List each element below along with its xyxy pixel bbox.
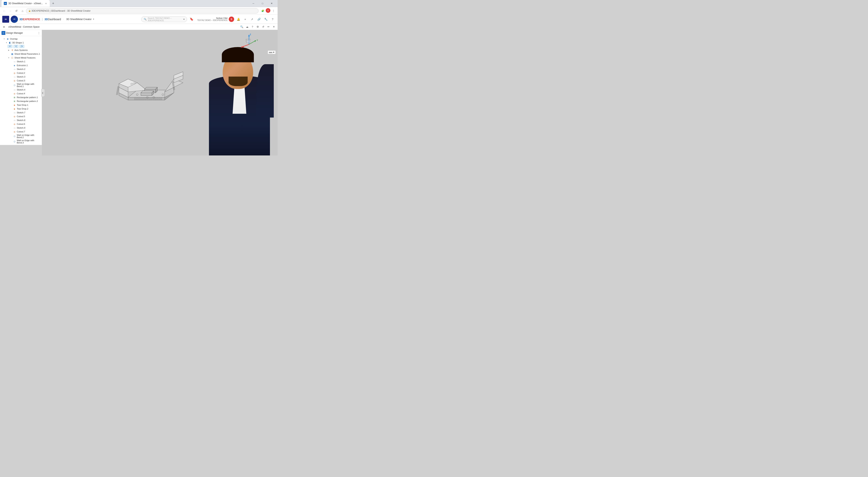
tree-item-cutout6[interactable]: ◎ Cutout.6 xyxy=(0,122,42,126)
user-avatar[interactable]: S xyxy=(229,16,234,22)
tree-item-sketch3[interactable]: ▭ Sketch.3 xyxy=(0,75,42,79)
svg-line-13 xyxy=(246,42,247,43)
axis-systems-icon: ✛ xyxy=(11,48,14,52)
sidebar-top-bar: 3D Design Manager ⋮ xyxy=(0,30,42,36)
tree-item-sm-params[interactable]: ▦ Sheet Metal Parameters.1 xyxy=(0,52,42,56)
tree-item-teardrop1[interactable]: ◈ Tear Drop.1 xyxy=(0,103,42,107)
sub-header: ▤ xSheetMetal - Common Space 🔍 ☁ ? ⚙ ↺ ✏… xyxy=(0,24,278,30)
extensions-button[interactable]: 🧩 xyxy=(260,8,266,13)
home-button[interactable]: ⌂ xyxy=(20,8,25,13)
tools-header-button[interactable]: 🔧 xyxy=(263,16,269,22)
window-close-button[interactable]: ✕ xyxy=(267,0,276,7)
svg-line-11 xyxy=(250,39,251,40)
tree-item-sketch4[interactable]: ▭ Sketch.4 xyxy=(0,88,42,92)
search-dropdown-icon[interactable]: ▾ xyxy=(183,18,185,21)
tag-zx[interactable]: ZX xyxy=(20,45,24,48)
sm-params-icon: ▦ xyxy=(11,53,14,56)
sidebar-collapse-button[interactable]: ❮ xyxy=(41,89,44,97)
unit-label: mm xyxy=(269,51,273,54)
cutout6-label: Cutout.6 xyxy=(17,123,25,125)
cutout4-icon: ◎ xyxy=(13,92,16,95)
panel-icon[interactable]: ▤ xyxy=(2,25,6,29)
rect-pattern1-icon: ⊞ xyxy=(13,96,16,99)
new-tab-button[interactable]: + xyxy=(51,1,56,6)
person-overlay xyxy=(201,45,278,156)
svg-text:Z: Z xyxy=(250,33,251,36)
tree-item-cutout3[interactable]: ◎ Cutout.3 xyxy=(0,79,42,82)
sketch3-icon: ▭ xyxy=(13,75,16,78)
tree-item-sketch2[interactable]: ▭ Sketch.2 xyxy=(0,67,42,71)
sub-edit-button[interactable]: ✏ xyxy=(266,25,271,29)
sub-settings-button[interactable]: ⚙ xyxy=(255,25,260,29)
cutout3-icon: ◎ xyxy=(13,79,16,82)
tree-item-sketch9[interactable]: ▭ Sketch.9 xyxy=(0,126,42,130)
axes-svg: Z Y X xyxy=(240,33,258,48)
tree-item-cutout7[interactable]: ◎ Cutout.7 xyxy=(0,130,42,134)
tree-item-sketch8[interactable]: ▭ Sketch.8 xyxy=(0,118,42,122)
tree-item-cutout4[interactable]: ◎ Cutout.4 xyxy=(0,92,42,96)
sidebar-logo: 3D xyxy=(2,31,5,35)
tree-item-rect-pattern2[interactable]: ⊞ Rectangular pattern.2 xyxy=(0,99,42,103)
add-button[interactable]: + xyxy=(243,16,248,22)
back-button[interactable]: ← xyxy=(2,8,7,13)
tree-item-wall1[interactable]: ⬡ Wall on Edge with Bend.1 xyxy=(0,82,42,88)
app-compass-logo: VR xyxy=(11,15,18,23)
sub-help-button[interactable]: ? xyxy=(250,25,255,29)
bookmark-button[interactable]: 🔖 xyxy=(190,17,193,21)
refresh-button[interactable]: ↺ xyxy=(14,8,19,13)
global-search-bar[interactable]: 🔍 Search TEKYAZ DEMO – 3DEXPERIENCE ▾ xyxy=(141,16,187,22)
window-maximize-button[interactable]: □ xyxy=(258,0,267,7)
sidebar-menu-button[interactable]: ⋮ xyxy=(37,31,40,34)
sidebar-content: ◈ Overlap ◧ 3D Shape 1 XY YZ ZX xyxy=(0,36,42,145)
tool-dropdown-arrow[interactable]: ▾ xyxy=(93,18,94,21)
sub-refresh-button[interactable]: ↺ xyxy=(261,25,266,29)
3d-shape-model xyxy=(95,60,187,125)
address-text: 3DEXPERIENCE | 3DDashboard - 3D SheetMet… xyxy=(31,9,256,12)
3dshape-arrow xyxy=(5,42,8,44)
sub-search-button[interactable]: 🔍 xyxy=(240,25,244,29)
address-bar[interactable]: 🔒 3DEXPERIENCE | 3DDashboard - 3D SheetM… xyxy=(26,8,258,13)
tree-item-sketch7[interactable]: ▭ Sketch.7 xyxy=(0,111,42,114)
tag-yz[interactable]: YZ xyxy=(13,45,18,48)
cutout2-label: Cutout.2 xyxy=(17,72,25,74)
tree-item-teardrop2[interactable]: ◈ Tear Drop.2 xyxy=(0,107,42,111)
tree-item-tags: XY YZ ZX xyxy=(0,44,42,48)
tree-item-wall3[interactable]: ⬡ Wall on Edge with Bend.3 xyxy=(0,139,42,144)
tag-xy[interactable]: XY xyxy=(8,45,12,48)
app-header: 3D VR 3DEXPERIENCE | 3DDashboard · 3D Sh… xyxy=(0,15,278,24)
settings-button[interactable]: ⋮ xyxy=(271,8,276,13)
sketch8-icon: ▭ xyxy=(13,119,16,122)
svg-marker-29 xyxy=(141,93,152,96)
sub-close-button[interactable]: ✕ xyxy=(272,25,276,29)
tree-item-3dshape[interactable]: ◧ 3D Shape 1 xyxy=(0,41,42,44)
sheet-metal-svg xyxy=(95,60,187,125)
tree-item-sm-features[interactable]: ⬡ Sheet Metal Features xyxy=(0,56,42,60)
tree-item-overlap[interactable]: ◈ Overlap xyxy=(0,37,42,41)
tree-item-wall2[interactable]: ⬡ Wall on Edge with Bend.2 xyxy=(0,134,42,139)
tree-item-cutout5[interactable]: ◎ Cutout.5 xyxy=(0,114,42,118)
profile-button[interactable]: S xyxy=(266,8,270,13)
browser-chrome: 3D 3D SheetMetal Creator - xSheet... ✕ +… xyxy=(0,0,278,7)
search-placeholder: Search TEKYAZ DEMO – 3DEXPERIENCE xyxy=(148,17,182,22)
tree-item-rect-pattern1[interactable]: ⊞ Rectangular pattern.1 xyxy=(0,96,42,99)
sub-cloud-button[interactable]: ☁ xyxy=(245,25,249,29)
share-button[interactable]: ↗ xyxy=(249,16,255,22)
window-minimize-button[interactable]: ─ xyxy=(249,0,258,7)
tree-item-sketch1[interactable]: ▭ Sketch.1 xyxy=(0,60,42,63)
unit-selector[interactable]: mm ▾ xyxy=(268,50,276,54)
tree-item-cutout2[interactable]: ◎ Cutout.2 xyxy=(0,71,42,75)
active-tab[interactable]: 3D 3D SheetMetal Creator - xSheet... ✕ xyxy=(2,0,50,7)
forward-button[interactable]: → xyxy=(8,8,13,13)
3d-viewport[interactable]: Z Y X ❯ mm xyxy=(42,30,278,156)
tree-item-extrusion1[interactable]: ◈ Extrusion.1 xyxy=(0,63,42,67)
collaborate-button[interactable]: 🔗 xyxy=(256,16,261,22)
help-button[interactable]: ? xyxy=(270,16,275,22)
sidebar: 3D Design Manager ⋮ ◈ Overlap ◧ 3D Shape… xyxy=(0,30,42,145)
notifications-button[interactable]: 🔔 xyxy=(236,16,241,22)
unit-dropdown-icon: ▾ xyxy=(273,51,274,54)
app-brand-text: 3DEXPERIENCE | 3DDashboard xyxy=(20,18,61,21)
wall1-icon: ⬡ xyxy=(13,83,16,87)
tab-close-button[interactable]: ✕ xyxy=(44,2,48,5)
sketch9-label: Sketch.9 xyxy=(17,127,25,129)
tree-item-axis-systems[interactable]: ✛ Axis Systems xyxy=(0,48,42,52)
